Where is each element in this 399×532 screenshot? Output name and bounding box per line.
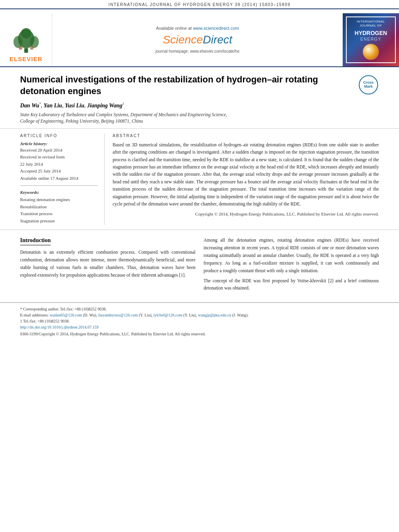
sciencedirect-url[interactable]: www.sciencedirect.com [193, 26, 239, 31]
elsevier-tree-icon [10, 28, 42, 54]
issn-bar: 0360-3199/Copyright © 2014, Hydrogen Ene… [0, 332, 399, 336]
article-info-header: Article Info [20, 134, 98, 138]
article-info-abstract-section: Article Info Article history: Received 2… [0, 129, 399, 230]
journal-header: ELSEVIER Available online at www.science… [0, 9, 399, 67]
journal-thumbnail: International Journal of HYDROGEN ENERGY [343, 13, 399, 66]
sciencedirect-logo-direct: Direct [203, 33, 232, 46]
svg-point-6 [30, 46, 33, 49]
article-info-column: Article Info Article history: Received 2… [20, 134, 105, 225]
author-yusi-liu: Yusi Liu [65, 103, 84, 109]
sciencedirect-logo-science: Science [163, 33, 203, 46]
svg-point-4 [21, 28, 31, 39]
journal-thumb-hydrogen: HYDROGEN [350, 30, 392, 37]
keyword-stagnation-pressure: Stagnation pressure [20, 218, 98, 225]
abstract-header: Abstract [113, 134, 379, 138]
doi-link[interactable]: http://dx.doi.org/10.1016/j.ijhydene.201… [20, 325, 99, 329]
email4-name: (J. Wang). [232, 313, 249, 317]
svg-rect-0 [24, 48, 28, 53]
main-content-section: Introduction Detonation is an extremely … [0, 230, 399, 295]
email1-name: (D. Wu), [83, 313, 97, 317]
email3-name: (Y. Liu), [183, 313, 197, 317]
crossmark-text: CrossMark [363, 81, 374, 89]
journal-thumb-energy: ENERGY [350, 37, 392, 41]
intro-para-right-2: The concept of the RDE was first propose… [204, 277, 379, 292]
email2-link[interactable]: liuyandeyoux@126.com [98, 313, 138, 317]
email1-link[interactable]: wudan65@126.com [49, 313, 82, 317]
crossmark-badge[interactable]: CrossMark [359, 75, 379, 95]
article-title-row: Numerical investigations of the restabil… [20, 74, 379, 97]
author-jianping-wang: Jianping Wang [87, 103, 123, 109]
received-revised-label: Received in revised form [20, 154, 98, 160]
article-title: Numerical investigations of the restabil… [20, 74, 350, 97]
author-affiliation: State Key Laboratory of Turbulence and C… [20, 111, 379, 124]
corresponding-author-footnote: * Corresponding author. Tel./fax: +86 (1… [20, 306, 379, 312]
received-date: Received 20 April 2014 [20, 147, 98, 154]
abstract-copyright: Copyright © 2014, Hydrogen Energy Public… [113, 211, 379, 218]
abstract-body: Based on 3D numerical simulations, the r… [113, 141, 379, 208]
divider [20, 185, 98, 186]
journal-homepage: journal homepage: www.elsevier.com/locat… [156, 49, 239, 53]
email-footnote: E-mail addresses: wudan65@126.com (D. Wu… [20, 312, 379, 318]
available-online-text: Available online at www.sciencedirect.co… [156, 26, 239, 31]
elsevier-brand-name: ELSEVIER [9, 55, 42, 62]
footnote1-text: 1 Tel./fax: +86 (10)8252 9038. [20, 318, 379, 324]
keyword-rotating-detonation: Rotating detonation engines [20, 196, 98, 203]
keyword-transition-process: Transition process [20, 210, 98, 218]
abstract-column: Abstract Based on 3D numerical simulatio… [113, 134, 379, 225]
introduction-title: Introduction [20, 237, 51, 245]
journal-thumb-line1: International Journal of [350, 20, 392, 28]
article-header-section: Numerical investigations of the restabil… [0, 67, 399, 129]
elsevier-logo-section: ELSEVIER [0, 13, 52, 66]
doi-link-container: http://dx.doi.org/10.1016/j.ijhydene.201… [20, 324, 379, 330]
article-history-label: Article history: [20, 141, 98, 146]
sciencedirect-logo: ScienceDirect [163, 33, 232, 46]
journal-top-bar: International Journal of Hydrogen Energy… [0, 0, 399, 9]
intro-para-1: Detonation is an extremely efficient com… [20, 249, 195, 279]
revised-date: 22 July 2014 [20, 161, 98, 168]
email4-link[interactable]: wangjp@pku.edu.cn [198, 313, 231, 317]
author-dan-wu: Dan Wu [20, 103, 39, 109]
journal-citation: International Journal of Hydrogen Energy… [109, 2, 291, 7]
email3-link[interactable]: lylcbef@126.com [154, 313, 183, 317]
footnote-section: * Corresponding author. Tel./fax: +86 (1… [0, 302, 399, 330]
intro-para-right-1: Among all the detonation engines, rotati… [204, 236, 379, 275]
journal-thumb-content: International Journal of HYDROGEN ENERGY [346, 16, 396, 63]
svg-point-5 [19, 46, 22, 49]
accepted-date: Accepted 25 July 2014 [20, 168, 98, 175]
author-yan-liu: Yan Liu [44, 103, 62, 109]
body-right-column: Among all the detonation engines, rotati… [204, 236, 379, 295]
keyword-restabilization: Restabilization [20, 203, 98, 211]
journal-center-info: Available online at www.sciencedirect.co… [52, 13, 343, 66]
crossmark-circle: CrossMark [359, 75, 378, 94]
body-left-column: Introduction Detonation is an extremely … [20, 236, 195, 295]
introduction-body-left: Detonation is an extremely efficient com… [20, 249, 195, 279]
keywords-label: Keywords: [20, 190, 98, 195]
author-list: Dan Wu*, Yan Liu, Yusi Liu, Jianping Wan… [20, 102, 379, 109]
body-two-column: Introduction Detonation is an extremely … [20, 236, 379, 295]
introduction-body-right: Among all the detonation engines, rotati… [204, 236, 379, 292]
email2-name: (Y. Liu), [139, 313, 152, 317]
journal-thumb-globe-icon [363, 44, 379, 60]
available-online-date: Available online 17 August 2014 [20, 175, 98, 182]
